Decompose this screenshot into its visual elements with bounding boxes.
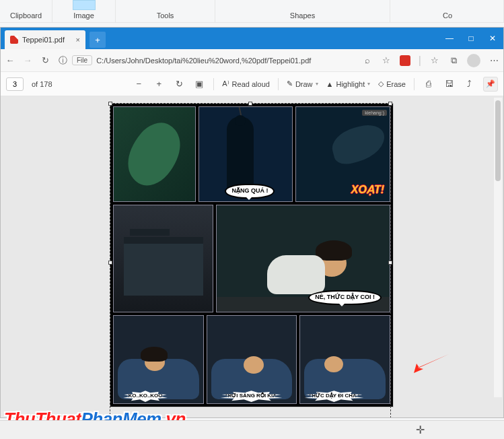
image-thumb-selected [73,0,96,10]
comic-panel: NẶNG QUÁ ! [199,106,293,202]
paint-ribbon: Clipboard Image Tools Shapes Co [0,0,504,23]
save-button[interactable]: 🖫 [443,78,455,90]
read-aloud-button[interactable]: A⁾Read aloud [222,79,270,88]
comic-panel: KO..KO..KOO [113,315,204,404]
annotation-arrow [412,353,449,373]
comic-panel: kiehang:) XOẠT! [295,106,390,202]
back-button[interactable]: ← [5,55,15,66]
pdf-toolbar: of 178 − + ↻ ▣ A⁾Read aloud ✎Draw▾ ▲High… [1,72,503,96]
forward-button: → [22,55,33,66]
ribbon-group-tools[interactable]: Tools [116,0,215,22]
ribbon-group-right: Co [390,0,504,22]
comic-content: NẶNG QUÁ ! kiehang:) XOẠT! [110,104,393,407]
rotate-button[interactable]: ↻ [173,78,185,90]
comic-panel [113,205,213,312]
tab-close-icon[interactable]: × [71,36,80,44]
browser-tab[interactable]: Teppei01.pdf × [5,30,85,49]
highlight-button[interactable]: ▲Highlight▾ [326,80,371,88]
saveas-button[interactable]: ⤴ [463,78,475,90]
scrollbar-thumb[interactable] [495,100,501,181]
speech-bubble: NẶNG QUÁ ! [225,184,275,199]
comic-panel [113,106,196,202]
crosshair-cursor-icon: ✛ [416,424,425,436]
adblock-icon[interactable] [400,55,410,66]
pin-toolbar-button[interactable]: 📌 [483,77,498,92]
draw-button[interactable]: ✎Draw▾ [287,79,318,88]
close-button[interactable]: ✕ [482,28,503,49]
ribbon-group-shapes[interactable]: Shapes [215,0,390,22]
file-chip: File [72,55,92,65]
pdf-icon [10,36,18,44]
star-icon[interactable]: ☆ [381,55,392,66]
tab-title: Teppei01.pdf [22,36,65,44]
minimize-button[interactable]: — [439,28,460,49]
url-field[interactable]: ⓘ File C:/Users/John/Desktop/tai%20lieu%… [57,55,311,66]
comic-panel: NÈ, THỨC DẬY COI ! [216,205,390,312]
reload-button[interactable]: ↻ [40,55,50,66]
address-bar: ← → ↻ ⓘ File C:/Users/John/Desktop/tai%2… [1,49,503,72]
sfx-text: XOẠT! [351,183,384,196]
speech-bubble: NÈ, THỨC DẬY COI ! [308,290,382,305]
erase-button[interactable]: ◇Erase [378,79,406,88]
credit-badge: kiehang:) [362,110,387,116]
comic-panel: TRỜI SÁNG RỒI KÌA. [207,315,297,404]
ribbon-group-image[interactable]: Image [52,0,116,22]
comic-panel: THỨC DẬY ĐI CHA ! [299,315,390,404]
print-button[interactable]: ⎙ [423,78,435,90]
new-tab-button[interactable]: + [89,32,106,48]
paint-canvas[interactable]: Teppei01.pdf × + — □ ✕ ← → ↻ ⓘ File C:/U… [0,23,504,439]
page-number-input[interactable] [6,77,24,91]
zoom-in-button[interactable]: + [153,78,165,90]
profile-avatar[interactable] [467,54,480,67]
fit-page-button[interactable]: ▣ [193,78,205,90]
collections-icon[interactable]: ⧉ [448,55,459,66]
menu-icon[interactable]: ⋯ [489,55,499,66]
edge-titlebar: Teppei01.pdf × + — □ ✕ [1,28,503,49]
info-icon: ⓘ [57,55,68,66]
vertical-scrollbar[interactable] [494,98,502,397]
window-controls: — □ ✕ [439,28,503,49]
paint-statusbar [0,420,504,439]
ribbon-label-image: Image [73,11,94,20]
find-icon[interactable]: ⌕ [362,55,373,66]
zoom-out-button[interactable]: − [133,78,145,90]
maximize-button[interactable]: □ [460,28,482,49]
page-count-label: of 178 [32,80,52,88]
ribbon-group-clipboard[interactable]: Clipboard [0,0,52,22]
url-text: C:/Users/John/Desktop/tai%20lieu%20word,… [96,57,311,65]
pdf-page: NẶNG QUÁ ! kiehang:) XOẠT! [110,103,394,407]
favorites-icon[interactable]: ☆ [429,55,440,66]
